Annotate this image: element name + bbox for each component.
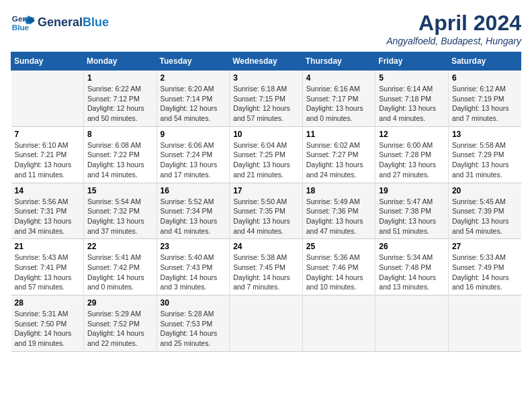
day-number: 16 xyxy=(161,186,226,195)
main-title: April 2024 xyxy=(386,11,521,36)
calendar-cell: 29Sunrise: 5:29 AM Sunset: 7:52 PM Dayli… xyxy=(84,295,157,352)
calendar-cell: 28Sunrise: 5:31 AM Sunset: 7:50 PM Dayli… xyxy=(11,295,84,352)
day-number: 29 xyxy=(87,298,153,308)
calendar-cell: 11Sunrise: 6:02 AM Sunset: 7:27 PM Dayli… xyxy=(302,126,375,183)
calendar-cell: 26Sunrise: 5:34 AM Sunset: 7:48 PM Dayli… xyxy=(375,239,449,295)
calendar-cell: 23Sunrise: 5:40 AM Sunset: 7:43 PM Dayli… xyxy=(157,239,230,295)
day-number: 28 xyxy=(15,298,81,308)
day-info: Sunrise: 6:16 AM Sunset: 7:17 PM Dayligh… xyxy=(306,84,372,124)
logo-text: GeneralBlue xyxy=(38,16,109,30)
day-number: 6 xyxy=(452,73,518,83)
calendar-cell: 15Sunrise: 5:54 AM Sunset: 7:32 PM Dayli… xyxy=(84,183,157,239)
day-info: Sunrise: 5:36 AM Sunset: 7:46 PM Dayligh… xyxy=(306,253,372,292)
day-info: Sunrise: 5:41 AM Sunset: 7:42 PM Dayligh… xyxy=(87,253,153,292)
calendar-cell: 18Sunrise: 5:49 AM Sunset: 7:36 PM Dayli… xyxy=(302,183,375,239)
calendar-cell: 2Sunrise: 6:20 AM Sunset: 7:14 PM Daylig… xyxy=(157,71,230,127)
day-info: Sunrise: 6:18 AM Sunset: 7:15 PM Dayligh… xyxy=(233,84,299,124)
calendar-cell: 4Sunrise: 6:16 AM Sunset: 7:17 PM Daylig… xyxy=(302,71,375,127)
calendar-cell: 3Sunrise: 6:18 AM Sunset: 7:15 PM Daylig… xyxy=(230,71,303,127)
calendar-cell: 8Sunrise: 6:08 AM Sunset: 7:22 PM Daylig… xyxy=(84,126,157,183)
calendar-cell: 14Sunrise: 5:56 AM Sunset: 7:31 PM Dayli… xyxy=(11,183,84,239)
subtitle: Angyalfoeld, Budapest, Hungary xyxy=(386,36,521,46)
day-number: 26 xyxy=(379,242,445,251)
day-info: Sunrise: 6:22 AM Sunset: 7:12 PM Dayligh… xyxy=(87,84,153,124)
day-info: Sunrise: 6:12 AM Sunset: 7:19 PM Dayligh… xyxy=(452,84,518,124)
calendar-cell: 1Sunrise: 6:22 AM Sunset: 7:12 PM Daylig… xyxy=(84,71,157,127)
calendar-cell: 27Sunrise: 5:33 AM Sunset: 7:49 PM Dayli… xyxy=(448,239,521,295)
day-number: 7 xyxy=(15,130,81,139)
day-number: 15 xyxy=(87,186,153,195)
day-number: 14 xyxy=(15,186,81,195)
calendar-cell xyxy=(302,295,375,352)
calendar-week-row: 21Sunrise: 5:43 AM Sunset: 7:41 PM Dayli… xyxy=(11,239,521,295)
day-number: 9 xyxy=(161,130,226,139)
day-info: Sunrise: 5:47 AM Sunset: 7:38 PM Dayligh… xyxy=(379,197,445,236)
calendar-cell: 17Sunrise: 5:50 AM Sunset: 7:35 PM Dayli… xyxy=(230,183,303,239)
day-number: 30 xyxy=(161,298,226,308)
day-info: Sunrise: 6:20 AM Sunset: 7:14 PM Dayligh… xyxy=(161,84,226,124)
calendar-cell: 7Sunrise: 6:10 AM Sunset: 7:21 PM Daylig… xyxy=(11,126,84,183)
day-number: 21 xyxy=(15,242,81,251)
calendar-table: SundayMondayTuesdayWednesdayThursdayFrid… xyxy=(11,52,521,352)
day-info: Sunrise: 5:40 AM Sunset: 7:43 PM Dayligh… xyxy=(161,253,226,292)
calendar-cell: 9Sunrise: 6:06 AM Sunset: 7:24 PM Daylig… xyxy=(157,126,230,183)
calendar-cell: 25Sunrise: 5:36 AM Sunset: 7:46 PM Dayli… xyxy=(302,239,375,295)
day-number: 19 xyxy=(379,186,445,195)
day-info: Sunrise: 5:50 AM Sunset: 7:35 PM Dayligh… xyxy=(233,197,299,236)
day-number: 25 xyxy=(306,242,372,251)
day-number: 13 xyxy=(452,130,518,139)
calendar-header-row: SundayMondayTuesdayWednesdayThursdayFrid… xyxy=(11,52,521,71)
day-info: Sunrise: 5:56 AM Sunset: 7:31 PM Dayligh… xyxy=(15,197,81,236)
calendar-cell: 20Sunrise: 5:45 AM Sunset: 7:39 PM Dayli… xyxy=(448,183,521,239)
day-number: 24 xyxy=(233,242,299,251)
day-number: 18 xyxy=(306,186,372,195)
day-info: Sunrise: 6:02 AM Sunset: 7:27 PM Dayligh… xyxy=(306,140,372,180)
day-info: Sunrise: 6:10 AM Sunset: 7:21 PM Dayligh… xyxy=(15,140,81,180)
day-number: 20 xyxy=(452,186,518,195)
day-number: 8 xyxy=(87,130,153,139)
day-number: 22 xyxy=(87,242,153,251)
calendar-cell: 13Sunrise: 5:58 AM Sunset: 7:29 PM Dayli… xyxy=(448,126,521,183)
calendar-cell: 21Sunrise: 5:43 AM Sunset: 7:41 PM Dayli… xyxy=(11,239,84,295)
title-area: April 2024 Angyalfoeld, Budapest, Hungar… xyxy=(386,11,521,46)
logo: General Blue GeneralBlue xyxy=(11,11,109,35)
calendar-cell xyxy=(230,295,303,352)
calendar-cell: 24Sunrise: 5:38 AM Sunset: 7:45 PM Dayli… xyxy=(230,239,303,295)
day-info: Sunrise: 5:58 AM Sunset: 7:29 PM Dayligh… xyxy=(452,140,518,180)
day-number: 11 xyxy=(306,130,372,139)
calendar-week-row: 7Sunrise: 6:10 AM Sunset: 7:21 PM Daylig… xyxy=(11,126,521,183)
day-info: Sunrise: 5:49 AM Sunset: 7:36 PM Dayligh… xyxy=(306,197,372,236)
calendar-week-row: 1Sunrise: 6:22 AM Sunset: 7:12 PM Daylig… xyxy=(11,71,521,127)
day-info: Sunrise: 5:54 AM Sunset: 7:32 PM Dayligh… xyxy=(87,197,153,236)
logo-icon: General Blue xyxy=(11,11,35,35)
day-header-friday: Friday xyxy=(375,52,449,71)
day-number: 3 xyxy=(233,73,299,83)
day-number: 27 xyxy=(452,242,518,251)
calendar-cell xyxy=(11,71,84,127)
day-info: Sunrise: 5:28 AM Sunset: 7:53 PM Dayligh… xyxy=(161,309,226,349)
calendar-cell: 10Sunrise: 6:04 AM Sunset: 7:25 PM Dayli… xyxy=(230,126,303,183)
calendar-cell: 19Sunrise: 5:47 AM Sunset: 7:38 PM Dayli… xyxy=(375,183,449,239)
day-number: 23 xyxy=(161,242,226,251)
day-header-monday: Monday xyxy=(84,52,157,71)
day-info: Sunrise: 6:06 AM Sunset: 7:24 PM Dayligh… xyxy=(161,140,226,180)
calendar-cell: 30Sunrise: 5:28 AM Sunset: 7:53 PM Dayli… xyxy=(157,295,230,352)
day-info: Sunrise: 5:31 AM Sunset: 7:50 PM Dayligh… xyxy=(15,309,81,349)
day-info: Sunrise: 5:38 AM Sunset: 7:45 PM Dayligh… xyxy=(233,253,299,292)
calendar-week-row: 14Sunrise: 5:56 AM Sunset: 7:31 PM Dayli… xyxy=(11,183,521,239)
calendar-cell: 6Sunrise: 6:12 AM Sunset: 7:19 PM Daylig… xyxy=(448,71,521,127)
day-header-wednesday: Wednesday xyxy=(230,52,303,71)
day-info: Sunrise: 6:04 AM Sunset: 7:25 PM Dayligh… xyxy=(233,140,299,180)
day-number: 17 xyxy=(233,186,299,195)
day-info: Sunrise: 6:00 AM Sunset: 7:28 PM Dayligh… xyxy=(379,140,445,180)
day-number: 1 xyxy=(87,73,153,83)
day-header-saturday: Saturday xyxy=(448,52,521,71)
page-header: General Blue GeneralBlue April 2024 Angy… xyxy=(11,11,521,46)
day-number: 5 xyxy=(379,73,445,83)
calendar-cell: 5Sunrise: 6:14 AM Sunset: 7:18 PM Daylig… xyxy=(375,71,449,127)
calendar-cell: 12Sunrise: 6:00 AM Sunset: 7:28 PM Dayli… xyxy=(375,126,449,183)
calendar-week-row: 28Sunrise: 5:31 AM Sunset: 7:50 PM Dayli… xyxy=(11,295,521,352)
day-number: 12 xyxy=(379,130,445,139)
calendar-cell: 16Sunrise: 5:52 AM Sunset: 7:34 PM Dayli… xyxy=(157,183,230,239)
calendar-cell xyxy=(448,295,521,352)
